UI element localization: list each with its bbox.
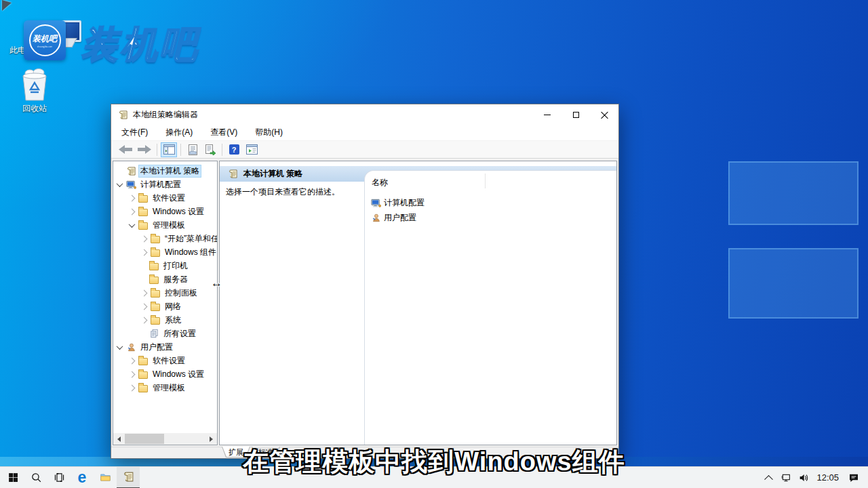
list-item[interactable]: 计算机配置: [370, 195, 612, 210]
list-item[interactable]: 用户配置: [370, 210, 612, 225]
folder-icon: [150, 247, 161, 258]
tree-item[interactable]: 软件设置: [113, 191, 217, 205]
list-item-label: 计算机配置: [384, 197, 425, 209]
tree-item[interactable]: 计算机配置: [113, 178, 217, 191]
close-button[interactable]: [590, 104, 618, 125]
tree-item-label[interactable]: 管理模板: [151, 382, 187, 394]
computer-icon: [370, 197, 381, 208]
maximize-icon: [573, 112, 579, 118]
action-center-button[interactable]: [845, 467, 863, 488]
edge-button[interactable]: e: [71, 467, 94, 488]
folder-icon: [138, 220, 149, 230]
chevron-expanded-icon[interactable]: [117, 343, 123, 350]
maximize-button[interactable]: [561, 104, 590, 125]
chevron-collapsed-icon[interactable]: [141, 249, 148, 256]
taskbar-clock[interactable]: 12:05: [812, 472, 845, 483]
tree-item[interactable]: Windows 设置: [113, 367, 217, 381]
tree-item-label[interactable]: 打印机: [161, 260, 190, 272]
recycle-bin-label: 回收站: [9, 103, 60, 115]
tree-item[interactable]: Windows 设置: [113, 205, 217, 218]
windows-logo-icon: [7, 472, 19, 483]
tree-item-label[interactable]: 管理模板: [151, 219, 187, 232]
items-list: 计算机配置用户配置: [370, 195, 612, 225]
properties-button[interactable]: [184, 142, 201, 157]
tree-item[interactable]: 打印机: [113, 259, 217, 272]
tray-expand-button[interactable]: [760, 467, 777, 488]
menu-item[interactable]: 文件(F): [111, 125, 157, 140]
export-list-button[interactable]: [202, 142, 218, 157]
tree-item-label[interactable]: 网络: [163, 300, 183, 313]
system-tray: 12:05: [760, 467, 868, 488]
chevron-collapsed-icon[interactable]: [141, 289, 148, 296]
tree-item[interactable]: 用户配置: [113, 340, 217, 354]
column-header-name[interactable]: 名称: [372, 177, 388, 188]
chevron-collapsed-icon[interactable]: [141, 317, 148, 323]
forward-icon[interactable]: [138, 145, 151, 154]
tree-item-label[interactable]: 软件设置: [151, 354, 187, 367]
tree-item[interactable]: “开始”菜单和任务栏: [113, 232, 217, 245]
chevron-expanded-icon[interactable]: [117, 180, 123, 187]
show-console-tree-button[interactable]: [161, 142, 177, 157]
tree-item-label[interactable]: Windows 设置: [151, 205, 206, 218]
tree-horizontal-scrollbar[interactable]: [113, 433, 217, 445]
extended-view-button[interactable]: [243, 142, 260, 157]
chevron-collapsed-icon[interactable]: [141, 303, 148, 310]
tree-item[interactable]: 管理模板: [113, 381, 217, 394]
chevron-collapsed-icon[interactable]: [129, 384, 136, 391]
window-client-area: 本地计算机 策略计算机配置软件设置Windows 设置管理模板“开始”菜单和任务…: [111, 159, 618, 447]
scroll-right-button[interactable]: [205, 433, 217, 445]
watermark-badge-text: 装机吧: [33, 33, 57, 45]
search-button[interactable]: [24, 467, 47, 488]
task-view-icon: [54, 472, 65, 483]
scroll-left-button[interactable]: [113, 433, 125, 445]
minimize-button[interactable]: [533, 104, 561, 125]
start-button[interactable]: [1, 467, 24, 488]
gpedit-taskbar-button[interactable]: [117, 467, 140, 488]
toolbar: ?: [111, 141, 618, 159]
chevron-collapsed-icon[interactable]: [129, 371, 136, 378]
scrollbar-thumb[interactable]: [125, 434, 164, 444]
watermark-badge-circle: 装机吧 zhuangjiba.com: [29, 24, 61, 56]
tree-item-label[interactable]: 控制面板: [163, 287, 199, 300]
tree-item[interactable]: 服务器: [113, 272, 217, 286]
menu-item[interactable]: 帮助(H): [246, 125, 292, 140]
chevron-expanded-icon[interactable]: [129, 221, 136, 228]
tree-item-label[interactable]: 服务器: [161, 273, 190, 286]
tree-item-label[interactable]: 计算机配置: [138, 178, 183, 191]
task-view-button[interactable]: [47, 467, 71, 488]
items-list-panel: 名称 计算机配置用户配置: [364, 170, 616, 445]
minimize-icon: [544, 115, 551, 115]
file-explorer-button[interactable]: [94, 467, 117, 488]
tree-item[interactable]: 所有设置: [113, 327, 217, 340]
folder-icon: [138, 192, 149, 203]
tree-item-label[interactable]: 本地计算机 策略: [138, 165, 201, 178]
chevron-collapsed-icon[interactable]: [129, 208, 136, 215]
chevron-collapsed-icon[interactable]: [141, 235, 148, 242]
tree-item-label[interactable]: Windows 设置: [151, 368, 206, 381]
chevron-collapsed-icon[interactable]: [129, 195, 136, 201]
tree-item-label[interactable]: 所有设置: [161, 327, 198, 340]
menu-item[interactable]: 查看(V): [201, 125, 246, 140]
tree-item[interactable]: 软件设置: [113, 354, 217, 367]
tree-item-label[interactable]: Windows 组件: [163, 246, 217, 259]
tree-item[interactable]: 控制面板: [113, 286, 217, 300]
volume-tray-button[interactable]: [795, 467, 812, 488]
tree-item[interactable]: 网络: [113, 300, 217, 313]
title-bar[interactable]: 本地组策略编辑器: [111, 104, 618, 125]
back-icon[interactable]: [119, 145, 132, 154]
tree-item-label[interactable]: 系统: [163, 314, 183, 327]
desktop-icon-recycle-bin[interactable]: 回收站: [9, 68, 60, 115]
tree-item[interactable]: 系统: [113, 313, 217, 327]
column-separator[interactable]: [485, 174, 486, 188]
menu-item[interactable]: 操作(A): [157, 125, 201, 140]
network-tray-button[interactable]: [777, 467, 795, 488]
menu-bar: 文件(F)操作(A)查看(V)帮助(H): [111, 125, 618, 141]
tree-item[interactable]: 本地计算机 策略: [113, 164, 217, 178]
tree-item-label[interactable]: “开始”菜单和任务栏: [163, 232, 217, 245]
help-button[interactable]: ?: [226, 142, 242, 157]
tree-item[interactable]: 管理模板: [113, 218, 217, 232]
tree-item[interactable]: Windows 组件: [113, 245, 217, 259]
tree-item-label[interactable]: 软件设置: [151, 192, 187, 205]
chevron-collapsed-icon[interactable]: [129, 357, 136, 364]
tree-item-label[interactable]: 用户配置: [138, 341, 175, 354]
